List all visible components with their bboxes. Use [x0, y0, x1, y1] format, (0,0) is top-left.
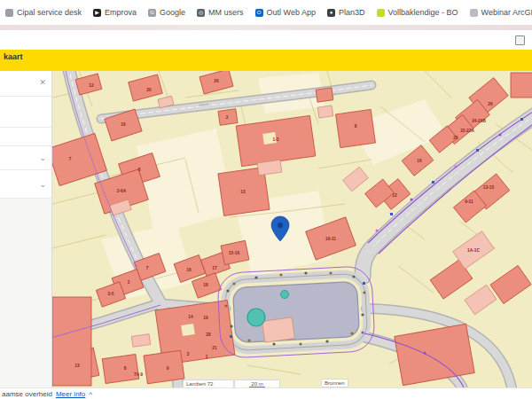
building-number-label: 26: [214, 79, 219, 83]
building-number-label: 16: [121, 122, 126, 127]
more-info-link[interactable]: Meer info: [56, 390, 85, 398]
building-number-label: 12: [89, 83, 94, 88]
bookmark-item[interactable]: ●Plan3D: [327, 8, 365, 17]
building-number-label: 3-5: [108, 292, 114, 296]
bookmark-favicon-icon: G: [148, 9, 156, 17]
building-number-label: 3: [187, 352, 190, 356]
building-number-label: 21: [212, 346, 217, 350]
map-canvas[interactable]: straat 12202616782-6A21-313810-112624-24…: [52, 71, 532, 387]
building-number-label: 9: [167, 366, 169, 371]
bookmark-item[interactable]: ▶Emprova: [93, 8, 137, 17]
bookmark-favicon-icon: ◎: [197, 9, 205, 17]
attribution-text: aamse overheid: [2, 390, 52, 398]
street-name-label: straat: [199, 102, 209, 107]
bookmark-favicon-icon: [470, 9, 478, 17]
bookmark-label: Emprova: [105, 8, 137, 17]
selection-circle-small: [281, 291, 289, 299]
building-number-label: 24-24B: [472, 119, 486, 123]
building-number-label: 2-6A: [117, 189, 127, 193]
building-number-label: 7: [146, 266, 149, 270]
map-container: straat 12202616782-6A21-313810-112624-24…: [52, 71, 532, 387]
page-title: kaart: [4, 52, 23, 61]
bookmark-favicon-icon: [377, 9, 385, 17]
building-number-label: 1A-1C: [467, 248, 480, 253]
app-topbar: [0, 30, 532, 50]
bookmark-favicon-icon: O: [255, 9, 263, 17]
chevron-down-icon[interactable]: ⌄: [39, 179, 46, 188]
close-icon[interactable]: ✕: [39, 78, 46, 87]
bookmark-label: Cipal service desk: [17, 8, 82, 17]
building-number-label: 13: [74, 364, 80, 368]
building-number-label: 16: [186, 268, 192, 272]
scale-bar: 20 m: [234, 379, 280, 387]
building-number-label: 17: [212, 266, 217, 270]
building-number-label: 2: [128, 280, 130, 285]
bookmark-item[interactable]: Webinar ArcGIS VE...: [470, 8, 532, 17]
bookmark-label: Outl Web App: [267, 8, 316, 17]
building-number-label: 7: [69, 157, 72, 161]
bookmark-item[interactable]: OOutl Web App: [255, 8, 316, 17]
panel-header-row: ✕: [0, 71, 51, 97]
footer-bar: aamse overheid Meer info ^: [0, 387, 532, 399]
sources-button[interactable]: Bronnen: [321, 379, 348, 387]
bookmark-favicon-icon: ●: [327, 9, 335, 17]
panel-row[interactable]: [0, 97, 51, 128]
collapse-caret-icon[interactable]: ^: [89, 390, 92, 398]
building-number-label: 7A 9: [134, 372, 143, 377]
building-number-label: 16: [417, 159, 422, 163]
bookmark-label: MM users: [208, 8, 244, 17]
left-panel: ✕ ⌄ ⌄: [0, 71, 52, 387]
building-number-label: 19: [203, 316, 208, 320]
building-number-label: 8: [138, 168, 141, 172]
building-number-label: 18: [203, 283, 208, 287]
building-number-label: 2: [226, 115, 229, 120]
building-number-label: 15-16: [229, 251, 240, 255]
bookmark-item[interactable]: ◎MM users: [197, 8, 244, 17]
bookmarks-bar: Cipal service desk▶EmprovaGGoogle◎MM use…: [0, 0, 532, 25]
building-number-label: 12: [392, 193, 397, 198]
building-number-label: 13: [240, 190, 246, 194]
app-header: kaart: [0, 50, 532, 71]
building-number-label: 8: [355, 124, 357, 129]
building-number-label: 1: [206, 355, 208, 359]
bookmark-item[interactable]: Cipal service desk: [5, 8, 82, 17]
coordinate-system-chip: Lambert 72: [183, 379, 234, 387]
selection-circle-large: [247, 309, 265, 326]
panel-row[interactable]: [0, 128, 51, 146]
panel-section-2[interactable]: ⌄: [0, 170, 51, 199]
bookmark-label: Vollbaklendige - BO: [388, 8, 458, 17]
bookmark-favicon-icon: ▶: [93, 9, 101, 17]
building-number-label: 20: [146, 88, 152, 92]
building-number-label: 13-15: [483, 185, 495, 190]
panel-empty-area: [0, 199, 51, 387]
building-number-label: 14: [188, 315, 193, 319]
building-number-label: 20: [453, 136, 458, 140]
bookmark-label: Webinar ArcGIS VE...: [481, 8, 532, 17]
bookmark-item[interactable]: GGoogle: [148, 8, 185, 17]
building-number-label: 1-3: [273, 137, 279, 142]
scale-text: 20 m: [249, 381, 264, 387]
building-number-label: 26: [488, 102, 493, 106]
bookmark-label: Google: [160, 8, 185, 17]
building-number-label: 22-22A: [460, 129, 474, 133]
building-number-label: 9-11: [465, 200, 473, 204]
bookmark-favicon-icon: [5, 9, 13, 17]
window-widget-icon[interactable]: [515, 35, 525, 45]
bookmark-item[interactable]: Vollbaklendige - BO: [377, 8, 458, 17]
panel-section-1[interactable]: ⌄: [0, 146, 51, 170]
bookmark-label: Plan3D: [339, 8, 365, 17]
chevron-down-icon[interactable]: ⌄: [39, 153, 46, 162]
building-number-label: 10-11: [325, 237, 336, 241]
building-number-label: 28: [206, 332, 211, 337]
building-number-label: 8: [124, 366, 127, 371]
